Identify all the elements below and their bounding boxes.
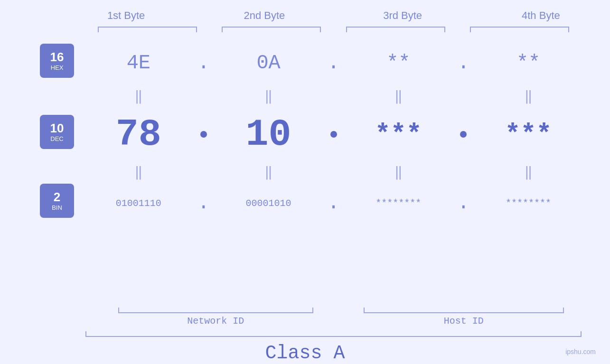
- host-id-label: Host ID: [346, 316, 582, 327]
- watermark: ipshu.com: [565, 348, 596, 355]
- class-label: Class A: [28, 343, 582, 364]
- byte-header-2: 2nd Byte: [195, 9, 333, 22]
- dec-badge-num: 10: [50, 121, 64, 135]
- col4-eq2: ‖: [525, 160, 533, 184]
- bracket-cell-4: [458, 27, 582, 32]
- bracket-cell-1: [85, 27, 209, 32]
- col2-dec: 10: [246, 108, 291, 160]
- dec-badge-label: DEC: [50, 135, 63, 142]
- col2-eq1: ‖: [264, 84, 272, 108]
- bracket-cell-2: [209, 27, 333, 32]
- col-3: ** ‖ *** ‖ ********: [346, 42, 452, 308]
- data-columns: 4E ‖ 78 ‖ 01001110 . . 0A ‖ 10: [85, 42, 582, 308]
- col2-hex: 0A: [256, 42, 280, 84]
- bin-badge-row: 2 BIN: [40, 184, 74, 222]
- hex-badge-row: 16 HEX: [40, 42, 74, 84]
- bracket-top-4: [470, 27, 569, 32]
- col-1: 4E ‖ 78 ‖ 01001110: [85, 42, 192, 308]
- main-container: 1st Byte 2nd Byte 3rd Byte 4th Byte 16 H…: [0, 0, 610, 364]
- bottom-bracket-row: [85, 308, 582, 313]
- col3-hex: **: [386, 42, 410, 84]
- dec-badge-row: 10 DEC: [40, 108, 74, 160]
- col3-dec: ***: [375, 108, 422, 160]
- sep2-bin-dot: .: [328, 184, 339, 222]
- bracket-top-2: [222, 27, 321, 32]
- badge-column: 16 HEX 10 DEC 2 BIN: [28, 42, 85, 308]
- bin-badge-label: BIN: [52, 204, 62, 211]
- sep-1: . .: [192, 42, 216, 308]
- sep3-bin-dot: .: [458, 184, 469, 222]
- col3-bin: ********: [375, 184, 421, 222]
- byte-header-1: 1st Byte: [57, 9, 195, 22]
- bin-badge: 2 BIN: [40, 184, 74, 218]
- col-2: 0A ‖ 10 ‖ 00001010: [216, 42, 322, 308]
- col-4: ** ‖ *** ‖ ********: [475, 42, 582, 308]
- bracket-top-1: [98, 27, 197, 32]
- content-area: 16 HEX 10 DEC 2 BIN: [28, 42, 582, 308]
- bracket-top-3: [346, 27, 445, 32]
- hex-badge: 16 HEX: [40, 44, 74, 78]
- col2-bin: 00001010: [246, 184, 291, 222]
- col1-eq1: ‖: [134, 84, 142, 108]
- col4-bin: ********: [506, 184, 551, 222]
- col2-eq2: ‖: [264, 160, 272, 184]
- byte-header-4: 4th Byte: [472, 9, 610, 22]
- host-bracket-cell: [346, 308, 582, 313]
- sep3-dec-circle: [460, 131, 467, 138]
- sep-3: . .: [451, 42, 475, 308]
- sep2-dec-circle: [330, 131, 337, 138]
- hex-badge-label: HEX: [51, 64, 64, 71]
- col4-eq1: ‖: [525, 84, 533, 108]
- sep1-dec-dot: [200, 108, 207, 160]
- sep2-hex-dot: .: [328, 42, 339, 84]
- col1-dec: 78: [116, 108, 161, 160]
- top-bracket-row: [85, 27, 582, 32]
- dec-badge: 10 DEC: [40, 115, 74, 149]
- network-bracket: [118, 308, 313, 313]
- sep2-dec-dot: [330, 108, 337, 160]
- id-labels: Network ID Host ID: [85, 316, 582, 327]
- sep-2: . .: [322, 42, 346, 308]
- host-bracket: [364, 308, 564, 313]
- col4-dec: ***: [505, 108, 552, 160]
- hex-badge-num: 16: [50, 50, 64, 64]
- full-bottom-bracket: [85, 331, 582, 337]
- sep1-bin-dot: .: [197, 184, 209, 222]
- col4-hex: **: [516, 42, 540, 84]
- sep1-dec-circle: [200, 131, 207, 138]
- col1-bin: 01001110: [116, 184, 161, 222]
- bin-badge-num: 2: [54, 190, 60, 204]
- bracket-cell-3: [334, 27, 458, 32]
- network-bracket-cell: [85, 308, 346, 313]
- col3-eq2: ‖: [394, 160, 403, 184]
- sep3-dec-dot: [460, 108, 467, 160]
- byte-headers: 1st Byte 2nd Byte 3rd Byte 4th Byte: [57, 9, 610, 22]
- col3-eq1: ‖: [394, 84, 403, 108]
- network-id-label: Network ID: [85, 316, 346, 327]
- byte-header-3: 3rd Byte: [334, 9, 472, 22]
- sep1-hex-dot: .: [197, 42, 209, 84]
- col1-hex: 4E: [127, 42, 150, 84]
- sep3-hex-dot: .: [458, 42, 469, 84]
- col1-eq2: ‖: [134, 160, 142, 184]
